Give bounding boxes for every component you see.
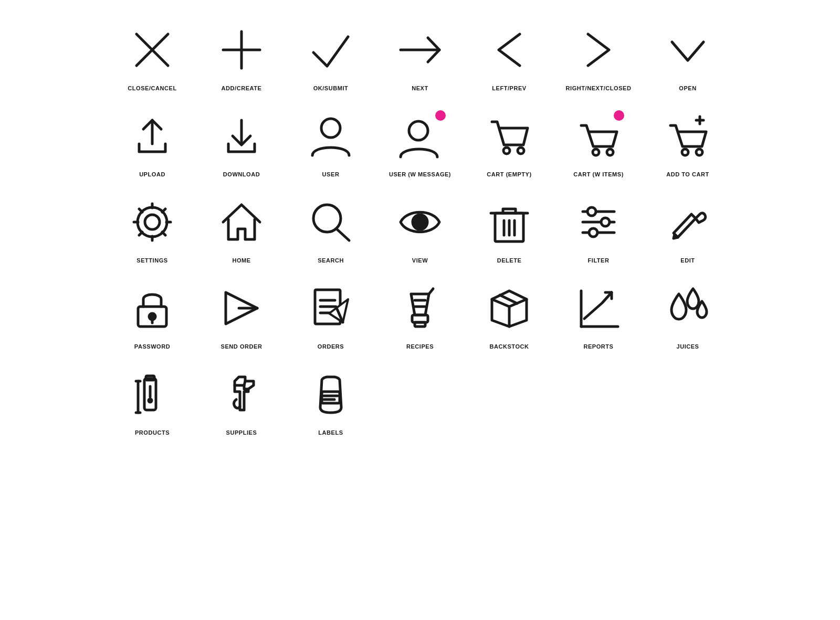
user-message-icon — [391, 107, 449, 165]
icon-cell-delete: DELETE — [467, 193, 551, 264]
add-create-label: ADD/CREATE — [222, 85, 262, 91]
svg-line-49 — [500, 295, 517, 303]
juices-label: JUICES — [676, 343, 699, 350]
cart-items-label: CART (W ITEMS) — [573, 171, 624, 177]
password-icon — [123, 279, 181, 337]
send-order-label: SEND ORDER — [221, 343, 262, 350]
icon-cell-add-to-cart: ADD TO CART — [646, 107, 730, 177]
backstock-icon — [480, 279, 538, 337]
labels-icon — [302, 365, 360, 423]
svg-point-6 — [409, 121, 428, 140]
icon-cell-reports: REPORTS — [556, 279, 640, 350]
icon-cell-open: OPEN — [646, 21, 730, 91]
icon-cell-backstock: BACKSTOCK — [467, 279, 551, 350]
ok-submit-label: OK/SUBMIT — [313, 85, 349, 91]
icon-cell-cart-empty: CART (EMPTY) — [467, 107, 551, 177]
ok-submit-icon — [302, 21, 360, 79]
close-cancel-label: CLOSE/CANCEL — [128, 85, 176, 91]
user-message-label: USER (W MESSAGE) — [389, 171, 451, 177]
download-icon — [213, 107, 270, 165]
icon-cell-upload: UPLOAD — [110, 107, 194, 177]
juices-icon — [659, 279, 717, 337]
icon-cell-left-prev: LEFT/PREV — [467, 21, 551, 91]
user-label: USER — [322, 171, 340, 177]
user-icon — [302, 107, 360, 165]
home-icon — [213, 193, 270, 251]
icon-cell-search: SEARCH — [289, 193, 373, 264]
products-icon — [123, 365, 181, 423]
reports-icon — [570, 279, 627, 337]
icon-cell-view: VIEW — [378, 193, 462, 264]
add-to-cart-icon — [659, 107, 717, 165]
icon-cell-orders: ORDERS — [289, 279, 373, 350]
svg-point-5 — [321, 119, 340, 138]
icon-cell-recipes: RECIPES — [378, 279, 462, 350]
password-label: PASSWORD — [134, 343, 170, 350]
svg-point-11 — [682, 149, 688, 155]
home-label: HOME — [232, 257, 250, 264]
labels-label: LABELS — [318, 429, 343, 436]
left-prev-icon — [480, 21, 538, 79]
search-icon — [302, 193, 360, 251]
view-icon — [391, 193, 449, 251]
filter-label: FILTER — [588, 257, 610, 264]
filter-icon — [570, 193, 627, 251]
upload-label: UPLOAD — [139, 171, 165, 177]
cart-items-icon — [570, 107, 627, 165]
icon-cell-user: USER — [289, 107, 373, 177]
icon-cell-labels: LABELS — [289, 365, 373, 436]
icon-cell-products: PRODUCTS — [110, 365, 194, 436]
reports-label: REPORTS — [583, 343, 613, 350]
edit-label: EDIT — [680, 257, 695, 264]
send-order-icon — [213, 279, 270, 337]
right-next-icon — [570, 21, 627, 79]
icon-cell-right-next: RIGHT/NEXT/CLOSED — [556, 21, 640, 91]
icon-cell-download: DOWNLOAD — [200, 107, 284, 177]
svg-point-29 — [601, 218, 610, 226]
icon-cell-ok-submit: OK/SUBMIT — [289, 21, 373, 91]
svg-rect-59 — [322, 392, 340, 403]
open-label: OPEN — [679, 85, 696, 91]
view-label: VIEW — [412, 257, 428, 264]
icon-grid: CLOSE/CANCEL ADD/CREATE OK/SUBMIT NEXT — [110, 21, 730, 436]
next-icon — [391, 21, 449, 79]
icon-cell-add-create: ADD/CREATE — [200, 21, 284, 91]
add-create-icon — [213, 21, 270, 79]
icon-cell-settings: SETTINGS — [110, 193, 194, 264]
orders-icon — [302, 279, 360, 337]
icon-cell-home: HOME — [200, 193, 284, 264]
svg-line-18 — [337, 229, 349, 240]
left-prev-label: LEFT/PREV — [492, 85, 526, 91]
icon-cell-edit: EDIT — [646, 193, 730, 264]
right-next-label: RIGHT/NEXT/CLOSED — [566, 85, 632, 91]
orders-label: ORDERS — [318, 343, 344, 350]
cart-empty-icon — [480, 107, 538, 165]
svg-point-10 — [607, 149, 613, 155]
cart-empty-label: CART (EMPTY) — [487, 171, 531, 177]
icon-cell-user-message: USER (W MESSAGE) — [378, 107, 462, 177]
svg-point-55 — [149, 399, 152, 402]
download-label: DOWNLOAD — [223, 171, 260, 177]
icon-cell-juices: JUICES — [646, 279, 730, 350]
edit-icon — [659, 193, 717, 251]
supplies-label: SUPPLIES — [226, 429, 257, 436]
supplies-icon — [213, 365, 270, 423]
cart-dot — [614, 110, 624, 121]
search-label: SEARCH — [318, 257, 344, 264]
svg-point-15 — [145, 215, 160, 229]
svg-point-9 — [593, 149, 599, 155]
add-to-cart-label: ADD TO CART — [666, 171, 709, 177]
icon-cell-send-order: SEND ORDER — [200, 279, 284, 350]
close-cancel-icon — [123, 21, 181, 79]
settings-icon — [123, 193, 181, 251]
svg-point-12 — [696, 149, 702, 155]
recipes-icon — [391, 279, 449, 337]
svg-line-46 — [492, 299, 509, 307]
svg-point-30 — [589, 228, 597, 237]
recipes-label: RECIPES — [406, 343, 434, 350]
svg-point-16 — [138, 207, 167, 237]
delete-icon — [480, 193, 538, 251]
icon-cell-supplies: SUPPLIES — [200, 365, 284, 436]
backstock-label: BACKSTOCK — [489, 343, 529, 350]
icon-cell-filter: FILTER — [556, 193, 640, 264]
